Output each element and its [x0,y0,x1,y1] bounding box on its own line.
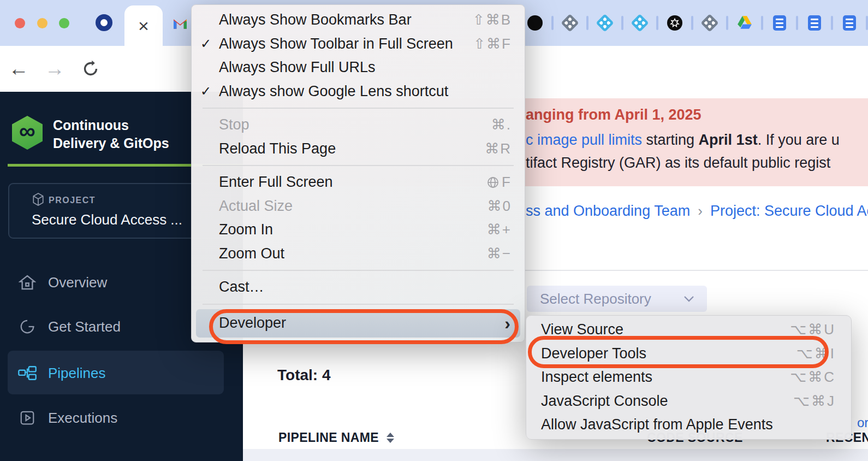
google-docs-favicon[interactable] [807,15,822,31]
window-close-button[interactable] [15,18,25,28]
back-icon[interactable]: ← [7,46,31,92]
tab-separator [761,16,763,30]
menu-separator [203,108,514,109]
harness-blue-favicon[interactable] [597,15,613,31]
chatgpt-favicon[interactable] [667,15,682,31]
cube-icon [32,193,44,206]
sidebar-item-pipelines[interactable]: Pipelines [0,358,243,388]
total-count: Total: 4 [277,367,330,384]
menu-item-actual-size: Actual Size ⌘0 [192,194,525,218]
view-menu: Always Show Bookmarks Bar ⇧⌘B ✓ Always S… [191,4,525,342]
project-label: PROJECT [49,196,96,205]
banner-heading: anging from April 1, 2025 [526,107,701,123]
harness-blue-favicon[interactable] [632,15,647,31]
pull-limits-link[interactable]: c image pull limits [526,132,642,148]
submenu-item-view-source[interactable]: View Source ⌥⌘U [526,318,851,342]
submenu-item-inspect-elements[interactable]: Inspect elements ⌥⌘C [526,365,851,389]
tab-separator [586,16,588,30]
menu-item-developer[interactable]: Developer › [196,309,520,338]
google-docs-favicon[interactable] [842,15,857,31]
menu-item-zoom-out[interactable]: Zoom Out ⌘− [192,242,525,266]
sidebar-item-executions[interactable]: Executions [0,403,243,433]
breadcrumb-project-link[interactable]: Project: Secure Cloud Acce [710,203,868,220]
menu-separator [203,304,514,305]
harness-cd-logo-icon: ∞ [12,116,43,150]
tab-close-icon[interactable]: × [124,5,163,46]
breadcrumb-chevron-icon: › [698,203,703,220]
get-started-icon [17,318,37,335]
menu-separator [203,165,514,166]
select-repository-dropdown[interactable]: Select Repository [527,286,707,312]
select-repository-value: Select Repository [540,291,651,308]
menu-item-reload[interactable]: Reload This Page ⌘R [192,137,525,161]
menu-item-toolbar-fullscreen[interactable]: ✓ Always Show Toolbar in Full Screen ⇧⌘F [192,32,525,56]
table-header-band [243,449,868,461]
banner-body-line1: c image pull limits starting April 1st. … [526,132,840,149]
harness-gray-favicon[interactable] [562,15,578,31]
chevron-down-icon [683,295,695,303]
screenshot-root: × [0,0,868,461]
tab-separator [691,16,693,30]
menu-item-zoom-in[interactable]: Zoom In ⌘+ [192,218,525,242]
pinned-tabs-row [527,15,868,31]
submenu-arrow-icon: › [504,315,510,332]
breadcrumb-org-link[interactable]: ss and Onboarding Team [526,203,690,220]
menu-item-bookmarks-bar[interactable]: Always Show Bookmarks Bar ⇧⌘B [192,8,525,32]
ring-favicon[interactable] [96,14,112,31]
tab-separator [656,16,658,30]
banner-body-line2: tifact Registry (GAR) as its default pub… [526,155,830,172]
checkmark: ✓ [200,36,219,51]
menu-separator [203,270,514,271]
menu-item-enter-fullscreen[interactable]: Enter Full Screen F [192,170,525,194]
tab-separator [621,16,623,30]
tab-separator [866,16,868,30]
menu-item-stop: Stop ⌘. [192,113,525,137]
developer-submenu: View Source ⌥⌘U Developer Tools ⌥⌘I Insp… [526,315,852,440]
gmail-tab-favicon[interactable] [171,14,189,32]
menu-item-cast[interactable]: Cast… [192,275,525,299]
tab-separator [796,16,798,30]
executions-icon [17,410,37,426]
checkmark: ✓ [200,84,219,99]
menu-item-full-urls[interactable]: Always Show Full URLs [192,56,525,80]
submenu-item-developer-tools[interactable]: Developer Tools ⌥⌘I [526,342,851,366]
menu-item-google-lens[interactable]: ✓ Always show Google Lens shortcut [192,80,525,104]
active-tab[interactable]: × [124,5,163,46]
pipelines-icon [17,365,37,381]
forward-icon: → [43,46,67,92]
dark-circle-favicon[interactable] [527,15,543,31]
partially-covered-text: or [857,415,868,430]
tab-separator [831,16,833,30]
module-title: Continuous Delivery & GitOps [53,116,169,152]
google-drive-favicon[interactable] [737,15,752,31]
submenu-item-javascript-console[interactable]: JavaScript Console ⌥⌘J [526,389,851,413]
tab-separator [726,16,728,30]
submenu-item-allow-javascript-apple-events[interactable]: Allow JavaScript from Apple Events [526,413,851,437]
home-icon [17,274,37,291]
column-header-pipeline-name[interactable]: PIPELINE NAME [278,430,394,445]
sort-icon[interactable] [387,433,394,443]
sidebar-item-services[interactable]: Services [0,457,243,461]
window-zoom-button[interactable] [59,18,69,28]
harness-gray-favicon[interactable] [702,15,717,31]
google-docs-favicon[interactable] [772,15,787,31]
breadcrumb: ss and Onboarding Team › Project: Secure… [526,203,868,220]
window-minimize-button[interactable] [37,18,47,28]
project-name: Secure Cloud Access ... [32,211,182,228]
globe-icon [486,176,500,189]
tab-separator [551,16,554,30]
reload-icon[interactable] [79,46,103,92]
